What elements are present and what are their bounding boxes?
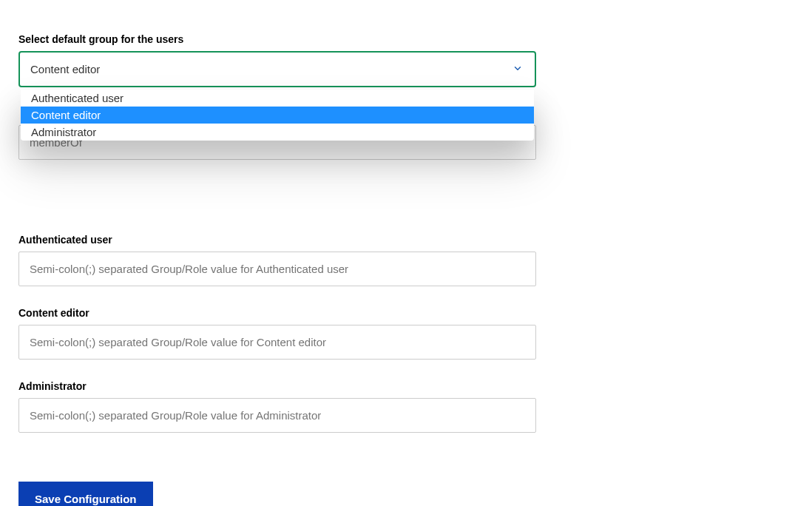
- administrator-label: Administrator: [18, 380, 536, 392]
- authenticated-user-input[interactable]: [18, 252, 536, 286]
- select-display[interactable]: Content editor: [18, 51, 536, 87]
- dropdown-list: Authenticated user Content editor Admini…: [21, 90, 534, 141]
- content-editor-input[interactable]: [18, 325, 536, 360]
- chevron-down-icon: [512, 63, 523, 75]
- default-group-label: Select default group for the users: [18, 33, 536, 45]
- default-group-select[interactable]: Content editor Authenticated user Conten…: [18, 51, 536, 87]
- administrator-input[interactable]: [18, 398, 536, 433]
- select-selected-value: Content editor: [30, 63, 100, 75]
- save-configuration-button[interactable]: Save Configuration: [18, 482, 153, 506]
- dropdown-option-administrator[interactable]: Administrator: [21, 124, 534, 141]
- content-editor-label: Content editor: [18, 307, 536, 319]
- authenticated-user-label: Authenticated user: [18, 234, 536, 246]
- dropdown-option-authenticated-user[interactable]: Authenticated user: [21, 90, 534, 107]
- dropdown-option-content-editor[interactable]: Content editor: [21, 107, 534, 124]
